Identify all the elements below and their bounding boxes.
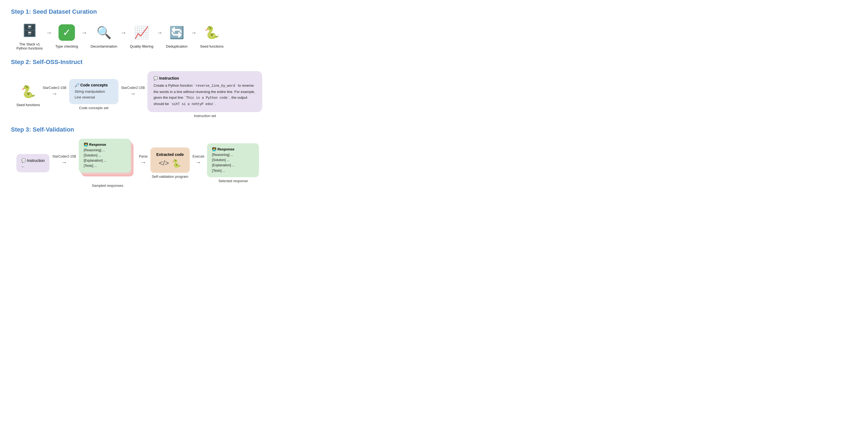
- step3-arrow1: StarCoder2-15B →: [52, 154, 76, 172]
- step2-title: Step 2: Self-OSS-Instruct: [11, 59, 423, 66]
- step3-arrow3-text: Execute: [192, 154, 204, 158]
- step2-arrow2-line: →: [130, 90, 136, 97]
- checkmark-icon: ✓: [57, 23, 76, 42]
- selected-response-card: 🧑‍💻 Response [Reasoning] ... [Solution] …: [207, 143, 259, 177]
- arrow-3: →: [121, 29, 127, 42]
- step3-section: Step 3: Self-Validation 💬 Instruction ..…: [11, 126, 423, 188]
- self-validation-label: Self-validation program: [152, 175, 188, 179]
- chat-emoji: 💬: [153, 76, 158, 81]
- arrow-5: →: [191, 29, 197, 42]
- step3-title: Step 3: Self-Validation: [11, 126, 423, 133]
- step3-arrow2: Parse →: [139, 154, 147, 172]
- chart-icon: 📈: [132, 23, 151, 42]
- dedup-label: Deduplication: [166, 44, 188, 49]
- step3-arrow3: Execute →: [192, 154, 204, 172]
- response-card-front: 🧑‍💻 Response [Reasoning] ... [Solution] …: [79, 139, 131, 173]
- extracted-code-box: Extracted code </> 🐍: [150, 147, 190, 173]
- magnifier-icon: 🔍: [94, 23, 114, 42]
- seed-functions-label: Seed functions: [200, 44, 224, 49]
- step3-instruction-title: 💬 Instruction: [21, 158, 44, 163]
- pipeline-item-stack: 🗄️ The Stack v1Python functions: [17, 21, 43, 50]
- selected-response-wrapper: 🧑‍💻 Response [Reasoning] ... [Solution] …: [207, 143, 259, 183]
- step2-arrow2-text: StarCoder2-15B: [121, 86, 145, 90]
- code-tag-icon: </>: [159, 159, 169, 168]
- extracted-code-icons: </> 🐍: [156, 159, 184, 168]
- typecheck-label: Type checking: [55, 44, 78, 49]
- instruction-title: 💬 Instruction: [153, 76, 256, 81]
- step2-arrow1-text: StarCoder2-15B: [43, 86, 66, 90]
- sampled-responses-wrapper: 🧑‍💻 Response [Reasoning] ... [Solution] …: [79, 139, 136, 188]
- code-concepts-box: 🔎 Code concepts String manipulation Line…: [69, 79, 118, 104]
- code-concepts-content: String manipulation Line reversal: [75, 89, 113, 100]
- selected-response-content: [Reasoning] ... [Solution] ... [Explanat…: [212, 152, 254, 173]
- sync-icon: 🔄: [167, 23, 186, 42]
- step1-section: Step 1: Seed Dataset Curation 🗄️ The Sta…: [11, 8, 423, 50]
- step2-arrow1-line: →: [52, 90, 57, 97]
- check-icon: ✓: [59, 24, 75, 41]
- code-concepts-wrapper: 🔎 Code concepts String manipulation Line…: [69, 79, 118, 110]
- response-front-title: 🧑‍💻 Response: [84, 143, 126, 147]
- step3-arrow2-text: Parse: [139, 154, 147, 158]
- pipeline-item-dedup: 🔄 Deduplication: [166, 23, 188, 49]
- selected-response-title: 🧑‍💻 Response: [212, 147, 254, 151]
- step3-instruction-content: ...: [21, 164, 44, 168]
- selected-label: Selected response: [218, 179, 248, 183]
- arrow-2: →: [81, 29, 87, 42]
- step3-arrow1-text: StarCoder2-15B: [52, 154, 76, 158]
- step3-arrow2-line: →: [140, 159, 146, 166]
- response-front-content: [Reasoning] ... [Solution] ... [Explanat…: [84, 148, 126, 169]
- step3-instruction-box: 💬 Instruction ...: [17, 154, 50, 172]
- quality-label: Quality filtering: [130, 44, 153, 49]
- instruction-content: Create a Python function `reverse_line_b…: [153, 83, 256, 107]
- extracted-code-wrapper: Extracted code </> 🐍 Self-validation pro…: [150, 147, 190, 179]
- step2-python-icon: 🐍: [19, 82, 38, 101]
- pipeline-row: 🗄️ The Stack v1Python functions → ✓ Type…: [17, 21, 423, 50]
- instruction-set-label: Instruction set: [194, 114, 216, 118]
- decontam-label: Decontamination: [91, 44, 117, 49]
- step3-row: 💬 Instruction ... StarCoder2-15B → 🧑‍💻 R…: [17, 139, 423, 188]
- step1-title: Step 1: Seed Dataset Curation: [11, 8, 423, 15]
- database-icon: 🗄️: [20, 21, 39, 40]
- step2-seed-label: Seed functions: [17, 103, 40, 107]
- step3-arrow3-line: →: [195, 159, 202, 166]
- code-concepts-title: 🔎 Code concepts: [75, 83, 113, 87]
- python-snake-icon: 🐍: [172, 159, 181, 168]
- python-icon: 🐍: [203, 23, 221, 42]
- step2-arrow1: StarCoder2-15B →: [43, 86, 66, 103]
- pipeline-item-quality: 📈 Quality filtering: [130, 23, 153, 49]
- extracted-code-title: Extracted code: [156, 152, 184, 157]
- step3-chat-emoji: 💬: [21, 158, 26, 163]
- search-emoji: 🔎: [75, 83, 79, 87]
- instruction-box: 💬 Instruction Create a Python function `…: [147, 71, 262, 112]
- sampled-label: Sampled responses: [92, 183, 123, 188]
- step3-arrow1-line: →: [61, 159, 67, 166]
- arrow-4: →: [157, 29, 163, 42]
- pipeline-item-seed: 🐍 Seed functions: [200, 23, 224, 49]
- code-concepts-label: Code concepts set: [79, 106, 108, 110]
- arrow-1: →: [46, 29, 52, 42]
- pipeline-item-decontam: 🔍 Decontamination: [91, 23, 117, 49]
- step2-seed-item: 🐍 Seed functions: [17, 82, 40, 107]
- step2-arrow2: StarCoder2-15B →: [121, 86, 145, 103]
- step2-section: Step 2: Self-OSS-Instruct 🐍 Seed functio…: [11, 59, 423, 118]
- pipeline-item-typecheck: ✓ Type checking: [55, 23, 78, 49]
- stack-label: The Stack v1Python functions: [17, 42, 43, 50]
- step2-row: 🐍 Seed functions StarCoder2-15B → 🔎 Code…: [17, 71, 423, 118]
- response-stack: 🧑‍💻 Response [Reasoning] ... [Solution] …: [79, 139, 136, 180]
- instruction-wrapper: 💬 Instruction Create a Python function `…: [147, 71, 262, 118]
- step3-instruction-wrapper: 💬 Instruction ...: [17, 154, 50, 172]
